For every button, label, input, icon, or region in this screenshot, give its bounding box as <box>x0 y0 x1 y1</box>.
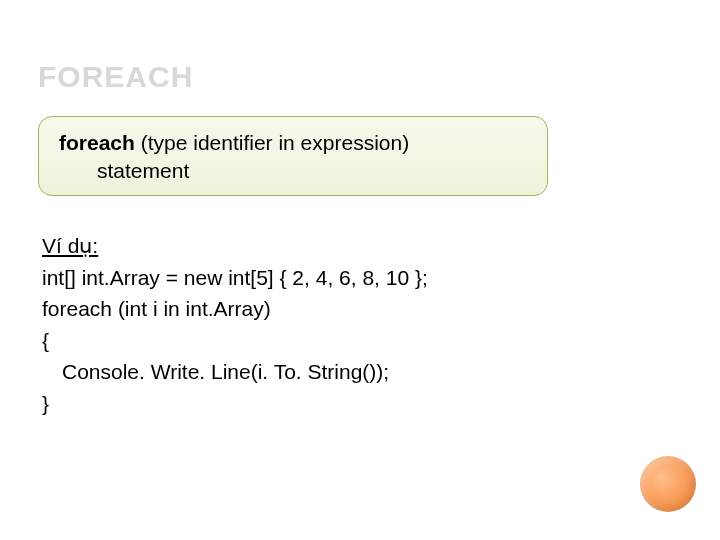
decorative-circle-icon <box>640 456 696 512</box>
syntax-rest-1: (type identifier in expression) <box>135 131 409 154</box>
example-label: Ví dụ: <box>42 230 428 262</box>
syntax-line-2: statement <box>59 157 527 185</box>
example-block: Ví dụ: int[] int.Array = new int[5] { 2,… <box>42 230 428 419</box>
foreach-keyword: foreach <box>59 131 135 154</box>
example-line-3: { <box>42 325 428 357</box>
example-line-2: foreach (int i in int.Array) <box>42 293 428 325</box>
slide-title: FOREACH <box>38 60 193 94</box>
example-line-1: int[] int.Array = new int[5] { 2, 4, 6, … <box>42 262 428 294</box>
syntax-line-1: foreach (type identifier in expression) <box>59 129 527 157</box>
syntax-box: foreach (type identifier in expression) … <box>38 116 548 196</box>
example-line-5: } <box>42 388 428 420</box>
example-line-4: Console. Write. Line(i. To. String()); <box>42 356 428 388</box>
